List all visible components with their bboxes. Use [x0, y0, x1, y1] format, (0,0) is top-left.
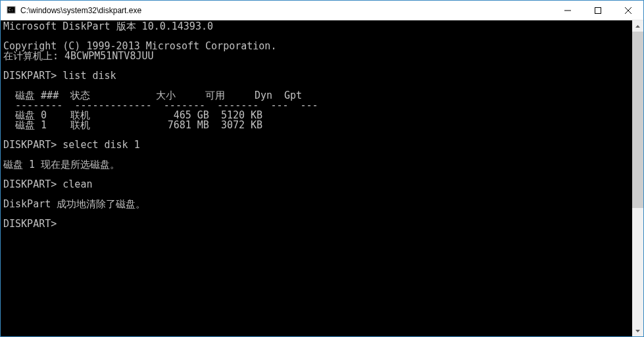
- minimize-button[interactable]: [553, 1, 583, 20]
- svg-text:C:: C:: [9, 7, 13, 12]
- scrollbar-up-button[interactable]: [632, 20, 643, 32]
- svg-marker-7: [635, 25, 640, 28]
- console-prompt: DISKPART>: [3, 218, 62, 230]
- vertical-scrollbar[interactable]: [632, 20, 643, 336]
- console-line: 磁盘 1 现在是所选磁盘。: [3, 159, 120, 170]
- console-line: Microsoft DiskPart 版本 10.0.14393.0: [3, 20, 213, 32]
- console-prompt: DISKPART> list disk: [3, 70, 116, 82]
- maximize-button[interactable]: [583, 1, 613, 20]
- console-prompt: DISKPART> clean: [3, 178, 92, 190]
- scrollbar-track[interactable]: [632, 32, 643, 325]
- console-output[interactable]: Microsoft DiskPart 版本 10.0.14393.0 Copyr…: [1, 20, 632, 336]
- console-line: 磁盘 1 联机 7681 MB 3072 KB: [3, 119, 262, 131]
- svg-rect-4: [595, 7, 601, 13]
- titlebar[interactable]: C: C:\windows\system32\diskpart.exe: [1, 1, 643, 20]
- scrollbar-down-button[interactable]: [632, 325, 643, 336]
- titlebar-controls: [553, 1, 643, 20]
- close-button[interactable]: [613, 1, 643, 20]
- app-icon: C:: [6, 5, 16, 16]
- console-line: 在计算机上: 4BCWPM51NTV8JUU: [3, 50, 154, 62]
- window-title: C:\windows\system32\diskpart.exe: [20, 6, 553, 15]
- window: C: C:\windows\system32\diskpart.exe Micr…: [0, 0, 644, 337]
- svg-marker-8: [635, 330, 640, 332]
- console-area: Microsoft DiskPart 版本 10.0.14393.0 Copyr…: [1, 20, 643, 336]
- console-prompt: DISKPART> select disk 1: [3, 139, 140, 151]
- console-line: DiskPart 成功地清除了磁盘。: [3, 198, 145, 210]
- scrollbar-thumb[interactable]: [632, 32, 643, 208]
